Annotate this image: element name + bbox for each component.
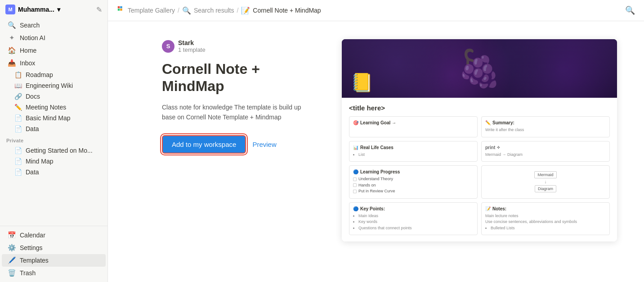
real-life-icon: 📊	[353, 145, 358, 150]
user-name: Muhamma...	[18, 6, 54, 13]
sidebar-notion-ai-label: Notion AI	[20, 34, 45, 41]
template-description: Class note for knowledge The template is…	[162, 102, 315, 123]
calendar-icon: 📅	[7, 231, 16, 239]
preview-section-key-points: 🔵 Key Points: Main Ideas Key words Quest…	[349, 202, 478, 236]
sidebar-templates-label: Templates	[20, 257, 49, 264]
topbar: Template Gallery / 🔍 Search results / 📝 …	[108, 0, 644, 21]
mind-map-icon: 📄	[14, 158, 22, 165]
preview-section-title-real-life: 📊 Real Life Cases	[353, 145, 474, 150]
breadcrumb-search[interactable]: Search results	[194, 7, 234, 14]
key-points-icon: 🔵	[353, 206, 358, 211]
notebook-emoji-icon: 📒	[351, 72, 373, 93]
author-info: Stark 1 template	[178, 39, 206, 53]
data-icon: 📄	[14, 125, 22, 132]
chevron-down-icon: ▾	[57, 6, 60, 13]
sidebar-mind-map-label: Mind Map	[26, 158, 53, 165]
settings-icon: ⚙️	[7, 244, 16, 252]
sidebar-item-meeting-notes[interactable]: ✏️ Meeting Notes	[2, 102, 106, 113]
diagram-box: Diagram	[535, 185, 556, 192]
sidebar-item-roadmap[interactable]: 📋 Roadmap	[2, 69, 106, 80]
svg-rect-3	[120, 9, 122, 11]
user-avatar: M	[5, 5, 15, 14]
meeting-notes-icon: ✏️	[14, 104, 22, 111]
preview-section-notes: 📝 Notes: Main lecture notes Use concise …	[481, 202, 610, 236]
topbar-search-icon[interactable]: 🔍	[625, 5, 635, 15]
sidebar-item-calendar[interactable]: 📅 Calendar	[2, 229, 106, 241]
sidebar-item-mind-map[interactable]: 📄 Mind Map	[2, 156, 106, 167]
preview-section-learning-progress: 🔵 Learning Progress Understand Theory	[349, 165, 478, 199]
sidebar-item-search[interactable]: 🔍 Search	[2, 19, 106, 32]
sidebar: M Muhamma... ▾ ✎ 🔍 Search ✦ Notion AI 🏠 …	[0, 0, 108, 282]
breadcrumb-current: Cornell Note + MindMap	[253, 7, 321, 14]
roadmap-icon: 📋	[14, 71, 22, 78]
summary-icon: ✏️	[485, 120, 491, 125]
edit-icon[interactable]: ✎	[96, 5, 102, 14]
template-breadcrumb-icon: 📝	[241, 6, 250, 15]
search-breadcrumb-icon: 🔍	[182, 6, 191, 15]
preview-section-content-learning-progress: Understand Theory Hands on Put in Review…	[353, 176, 474, 195]
sidebar-item-getting-started[interactable]: 📄 Getting Started on Mo...	[2, 145, 106, 156]
preview-section-content-summary: Write it after the class	[485, 127, 606, 133]
breadcrumb-sep-2: /	[237, 7, 238, 14]
sidebar-inbox-label: Inbox	[20, 59, 35, 67]
preview-section-content-notes: Main lecture notes Use concise sentences…	[485, 213, 606, 232]
sidebar-calendar-label: Calendar	[20, 232, 45, 239]
preview-section-title-notes: 📝 Notes:	[485, 206, 606, 211]
sidebar-meeting-notes-label: Meeting Notes	[26, 104, 66, 111]
sidebar-user-header[interactable]: M Muhamma... ▾ ✎	[0, 0, 107, 19]
author-name: Stark	[178, 39, 206, 46]
sidebar-item-docs[interactable]: 🔗 Docs	[2, 91, 106, 102]
sidebar-item-notion-ai[interactable]: ✦ Notion AI	[2, 32, 106, 44]
checkbox-icon-review	[353, 190, 357, 193]
templates-icon: 🖊️	[7, 256, 16, 264]
checkbox-understand-theory: Understand Theory	[353, 176, 474, 182]
sidebar-item-data-private[interactable]: 📄 Data	[2, 167, 106, 177]
preview-content: <title here> 🎯 Learning Goal →	[342, 98, 617, 241]
template-detail: S Stark 1 template Cornell Note + MindMa…	[108, 21, 644, 259]
preview-section-diagram: Mermaid ↓ Diagram	[481, 165, 610, 199]
svg-rect-0	[118, 6, 120, 8]
svg-rect-2	[118, 9, 120, 11]
sidebar-data-private-label: Data	[26, 168, 39, 176]
sidebar-item-settings[interactable]: ⚙️ Settings	[2, 241, 106, 254]
svg-rect-1	[120, 6, 122, 8]
inbox-icon: 📥	[7, 59, 16, 67]
preview-section-title-summary: ✏️ Summary:	[485, 120, 606, 125]
preview-button[interactable]: Preview	[252, 141, 276, 148]
sidebar-bottom: 📅 Calendar ⚙️ Settings 🖊️ Templates 🗑️ T…	[0, 226, 107, 282]
preview-section-summary: ✏️ Summary: Write it after the class	[481, 116, 610, 137]
main-content: Template Gallery / 🔍 Search results / 📝 …	[108, 0, 644, 282]
preview-section-title-print: print ✧	[485, 145, 606, 150]
sidebar-item-engineering-wiki[interactable]: 📖 Engineering Wiki	[2, 80, 106, 91]
preview-section-title-learning-progress: 🔵 Learning Progress	[353, 169, 474, 174]
checkbox-icon-hands-on	[353, 183, 357, 187]
data-private-icon: 📄	[14, 168, 22, 176]
sidebar-roadmap-label: Roadmap	[26, 71, 53, 78]
notion-ai-icon: ✦	[7, 34, 16, 42]
preview-section-content-real-life: List	[353, 152, 474, 158]
sidebar-docs-label: Docs	[26, 93, 40, 100]
home-icon: 🏠	[7, 46, 16, 55]
sidebar-settings-label: Settings	[20, 244, 43, 251]
preview-page-title: <title here>	[349, 104, 610, 112]
notion-logo-icon	[117, 5, 125, 15]
sidebar-item-trash[interactable]: 🗑️ Trash	[2, 267, 106, 279]
author-initial: S	[166, 43, 170, 50]
sidebar-item-home[interactable]: 🏠 Home	[2, 44, 106, 57]
breadcrumb-gallery[interactable]: Template Gallery	[128, 7, 175, 14]
template-author: S Stark 1 template	[162, 39, 315, 53]
sidebar-engineering-wiki-label: Engineering Wiki	[26, 82, 73, 89]
sidebar-private-section: Private	[0, 134, 107, 145]
sidebar-search-label: Search	[20, 22, 40, 29]
sidebar-item-inbox[interactable]: 📥 Inbox	[2, 57, 106, 69]
docs-icon: 🔗	[14, 93, 22, 100]
add-to-workspace-button[interactable]: Add to my workspace	[162, 135, 246, 154]
preview-section-real-life: 📊 Real Life Cases List	[349, 141, 478, 162]
breadcrumb: Template Gallery / 🔍 Search results / 📝 …	[117, 5, 625, 15]
sidebar-data-label: Data	[26, 125, 39, 132]
sidebar-item-basic-mind-map[interactable]: 📄 Basic Mind Map	[2, 113, 106, 123]
sidebar-getting-started-label: Getting Started on Mo...	[26, 147, 93, 154]
sidebar-item-templates[interactable]: 🖊️ Templates	[2, 254, 106, 267]
sidebar-trash-label: Trash	[20, 269, 36, 277]
sidebar-item-data[interactable]: 📄 Data	[2, 123, 106, 134]
